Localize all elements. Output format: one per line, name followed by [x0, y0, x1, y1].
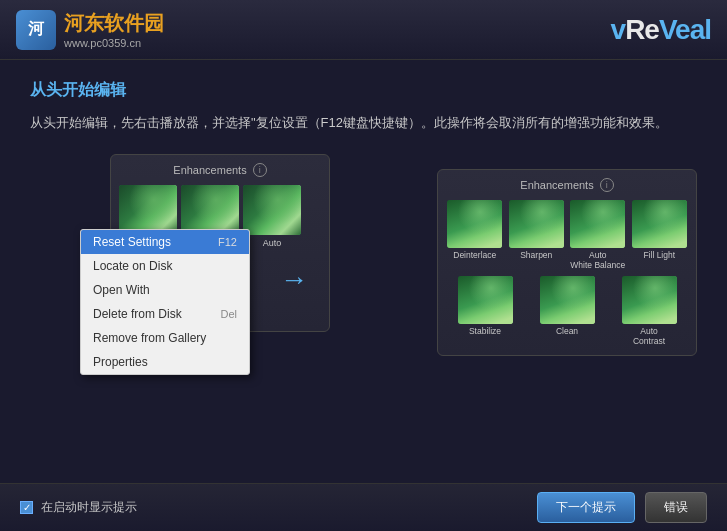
thumb-r-auto-wb: AutoWhite Balance [569, 200, 627, 270]
next-tip-button[interactable]: 下一个提示 [537, 492, 635, 523]
open-label: Open With [93, 283, 150, 297]
delete-shortcut: Del [220, 308, 237, 320]
brand-logo: vReVeal [611, 14, 711, 46]
context-menu-item-reset[interactable]: Reset Settings F12 [81, 230, 249, 254]
context-menu-item-delete[interactable]: Delete from Disk Del [81, 302, 249, 326]
remove-label: Remove from Gallery [93, 331, 206, 345]
delete-label: Delete from Disk [93, 307, 182, 321]
right-thumbnails-bottom: Stabilize Clean AutoContrast [446, 276, 688, 346]
context-menu[interactable]: Reset Settings F12 Locate on Disk Open W… [80, 229, 250, 375]
site-url: www.pc0359.cn [64, 37, 164, 49]
footer-left: ✓ 在启动时显示提示 [20, 499, 137, 516]
thumb-r-sharpen: Sharpen [508, 200, 566, 270]
context-menu-item-open[interactable]: Open With [81, 278, 249, 302]
thumb-r-fill-light: Fill Light [631, 200, 689, 270]
reset-label: Reset Settings [93, 235, 171, 249]
app-icon: 河 [16, 10, 56, 50]
logo-left: 河 河东软件园 www.pc0359.cn [16, 10, 164, 50]
thumb-auto: Auto [243, 185, 301, 248]
page-description: 从头开始编辑，先右击播放器，并选择"复位设置（F12键盘快捷键）。此操作将会取消… [30, 113, 697, 134]
thumb-r-deinterlace: Deinterlace [446, 200, 504, 270]
context-menu-item-remove[interactable]: Remove from Gallery [81, 326, 249, 350]
thumb-r-clean: Clean [528, 276, 606, 346]
info-icon-right[interactable]: i [600, 178, 614, 192]
context-menu-item-locate[interactable]: Locate on Disk [81, 254, 249, 278]
thumb-r-auto-contrast: AutoContrast [610, 276, 688, 346]
page-title: 从头开始编辑 [30, 80, 697, 101]
left-panel-header: Enhancements i [119, 163, 321, 177]
properties-label: Properties [93, 355, 148, 369]
site-name: 河东软件园 [64, 12, 164, 34]
content-area: 从头开始编辑 从头开始编辑，先右击播放器，并选择"复位设置（F12键盘快捷键）。… [0, 60, 727, 439]
startup-label: 在启动时显示提示 [41, 499, 137, 516]
right-thumbnails-top: Deinterlace Sharpen AutoWhite Balance Fi… [446, 200, 688, 270]
right-enhancement-panel: Enhancements i Deinterlace Sharpen AutoW… [437, 169, 697, 356]
error-button[interactable]: 错误 [645, 492, 707, 523]
thumb-r-stabilize: Stabilize [446, 276, 524, 346]
startup-checkbox[interactable]: ✓ [20, 501, 33, 514]
arrow-indicator: → [280, 264, 308, 296]
right-panel-header: Enhancements i [446, 178, 688, 192]
reset-shortcut: F12 [218, 236, 237, 248]
footer: ✓ 在启动时显示提示 下一个提示 错误 [0, 483, 727, 531]
info-icon[interactable]: i [253, 163, 267, 177]
demo-area: Enhancements i Deinterlace Sharpen Auto [30, 154, 697, 424]
checkbox-check-icon: ✓ [23, 502, 31, 513]
footer-buttons: 下一个提示 错误 [537, 492, 707, 523]
context-menu-item-properties[interactable]: Properties [81, 350, 249, 374]
header: 河 河东软件园 www.pc0359.cn vReVeal [0, 0, 727, 60]
locate-label: Locate on Disk [93, 259, 172, 273]
